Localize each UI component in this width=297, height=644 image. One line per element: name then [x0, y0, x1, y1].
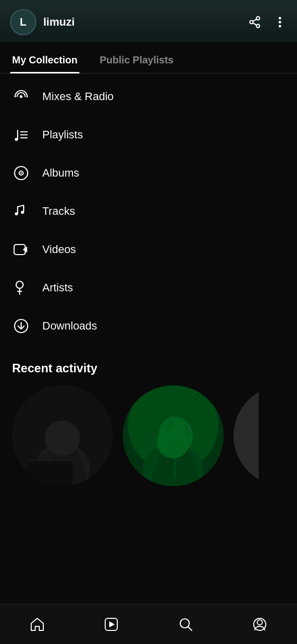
- avatar[interactable]: L: [10, 9, 36, 35]
- artists-label: Artists: [42, 281, 73, 294]
- radio-icon: [12, 88, 30, 106]
- activity-item-1[interactable]: [12, 385, 113, 486]
- header: L limuzi: [0, 0, 297, 42]
- tab-public-playlists[interactable]: Public Playlists: [98, 46, 176, 73]
- search-nav-icon: [178, 617, 193, 632]
- nav-home[interactable]: [22, 609, 52, 639]
- svg-rect-46: [234, 385, 259, 486]
- nav-profile[interactable]: [245, 609, 275, 639]
- header-left: L limuzi: [10, 9, 75, 35]
- tabs-bar: My Collection Public Playlists: [0, 46, 297, 73]
- svg-point-43: [173, 463, 176, 466]
- menu-item-videos[interactable]: Videos: [0, 230, 297, 269]
- activity-item-3-partial: [234, 385, 259, 486]
- drake-thumbnail: [12, 385, 113, 486]
- svg-point-42: [173, 457, 176, 460]
- svg-point-23: [21, 211, 24, 214]
- activity-thumb-1: [12, 385, 113, 486]
- svg-line-3: [253, 23, 256, 25]
- svg-point-54: [257, 620, 262, 625]
- svg-line-4: [253, 19, 256, 21]
- nav-search[interactable]: [171, 609, 201, 639]
- artists-icon: [12, 279, 30, 297]
- green-thumbnail: [123, 385, 224, 486]
- menu-item-tracks[interactable]: Tracks: [0, 192, 297, 230]
- home-icon: [30, 617, 45, 632]
- menu-item-downloads[interactable]: Downloads: [0, 307, 297, 345]
- menu-item-mixes-radio[interactable]: Mixes & Radio: [0, 77, 297, 116]
- activity-thumb-3: [234, 385, 259, 486]
- activity-thumb-2: [123, 385, 224, 486]
- svg-point-34: [51, 427, 73, 453]
- play-nav-icon: [104, 617, 119, 632]
- activity-row: [0, 385, 297, 486]
- menu-list: Mixes & Radio Playlists Albums: [0, 73, 297, 349]
- recent-activity-section: Recent activity: [0, 349, 297, 486]
- more-options-button[interactable]: [273, 15, 287, 29]
- playlists-label: Playlists: [42, 128, 83, 141]
- profile-nav-icon: [252, 617, 267, 632]
- svg-point-26: [16, 281, 23, 288]
- menu-item-albums[interactable]: Albums: [0, 154, 297, 192]
- videos-icon: [12, 240, 30, 259]
- menu-item-artists[interactable]: Artists: [0, 269, 297, 307]
- username-label: limuzi: [43, 16, 75, 29]
- svg-point-10: [27, 96, 28, 98]
- downloads-label: Downloads: [42, 319, 97, 333]
- svg-rect-35: [27, 461, 72, 486]
- svg-point-9: [15, 96, 16, 98]
- videos-label: Videos: [42, 243, 76, 256]
- header-icons: [248, 15, 287, 29]
- downloads-icon: [12, 317, 30, 335]
- avatar-letter: L: [20, 16, 26, 29]
- recent-activity-title: Recent activity: [0, 349, 297, 385]
- albums-label: Albums: [42, 167, 79, 180]
- svg-marker-50: [109, 621, 115, 627]
- svg-point-8: [20, 95, 23, 98]
- svg-point-5: [279, 17, 281, 20]
- svg-point-12: [15, 138, 18, 141]
- nav-play[interactable]: [96, 609, 126, 639]
- tracks-label: Tracks: [42, 205, 75, 218]
- svg-point-18: [21, 173, 22, 174]
- svg-point-20: [15, 212, 18, 215]
- tracks-icon: [12, 202, 30, 220]
- svg-point-7: [279, 25, 281, 28]
- album-icon: [12, 164, 30, 182]
- tab-my-collection[interactable]: My Collection: [10, 46, 80, 73]
- playlist-icon: [12, 126, 30, 144]
- activity-item-2[interactable]: [123, 385, 224, 486]
- svg-point-6: [279, 21, 281, 24]
- share-button[interactable]: [248, 15, 262, 29]
- bottom-nav: [0, 604, 297, 644]
- menu-item-playlists[interactable]: Playlists: [0, 116, 297, 154]
- mixes-radio-label: Mixes & Radio: [42, 90, 114, 103]
- svg-line-52: [188, 627, 192, 630]
- svg-line-21: [18, 205, 24, 207]
- svg-point-44: [173, 470, 176, 473]
